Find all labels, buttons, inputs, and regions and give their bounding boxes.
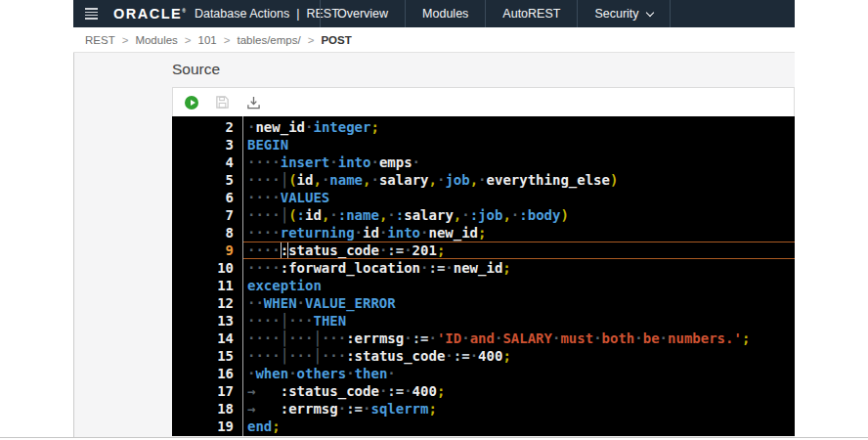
menu-icon[interactable] [85, 7, 98, 22]
line-number: 14 [172, 330, 234, 347]
line-number: 13 [172, 312, 234, 330]
top-nav: ORACLE® Database Actions | REST Overview… [73, 0, 795, 27]
window-bottom-border [0, 437, 868, 438]
code-line-text: → :errmsg·:=·sqlerrm; [247, 400, 437, 418]
code-line-text: exception [247, 277, 322, 294]
code-line: 6····VALUES [172, 189, 795, 206]
chevron-down-icon [645, 8, 653, 16]
code-line-text: ····│(id,·name,·salary,·job,·everything_… [247, 171, 618, 189]
code-line: 14····│···│···:errmsg·:=·'ID·and·SALARY·… [172, 330, 795, 347]
code-line: 9····:status_code·:=·201; [172, 242, 795, 259]
line-number: 16 [172, 365, 234, 382]
line-number: 17 [172, 382, 234, 400]
tab-label: Overview [337, 7, 388, 21]
code-lines: 2·new_id·integer;3BEGIN4····insert·into·… [172, 118, 795, 435]
breadcrumb-current-post: POST [321, 34, 351, 46]
tab-label: Modules [422, 7, 468, 21]
code-line: 15····│···│···:status_code·:=·400; [172, 347, 795, 365]
code-line: 5····│(id,·name,·salary,·job,·everything… [172, 171, 795, 189]
breadcrumb-item-101[interactable]: 101 [198, 34, 217, 46]
app-title: Database Actions [195, 7, 289, 21]
line-number: 11 [172, 277, 234, 294]
code-line: 16·when·others·then· [172, 365, 795, 382]
code-line-text: ····│(:id,·:name,·:salary,·:job,·:body) [247, 206, 569, 224]
breadcrumb-item-rest[interactable]: REST [85, 34, 115, 46]
code-line: 18→ :errmsg·:=·sqlerrm; [172, 400, 795, 418]
code-line: 3BEGIN [172, 136, 795, 154]
title-divider: | [296, 7, 299, 21]
line-number: 18 [172, 400, 234, 418]
code-line: 19end; [172, 418, 795, 435]
source-panel: 2·new_id·integer;3BEGIN4····insert·into·… [172, 87, 795, 436]
run-button[interactable] [185, 96, 198, 110]
nav-tab-autorest[interactable]: AutoREST [485, 0, 577, 27]
code-line-text: ····│···THEN [247, 312, 346, 330]
code-line: 2·new_id·integer; [172, 118, 795, 136]
breadcrumb-separator: > [308, 34, 315, 46]
line-number: 4 [172, 154, 234, 171]
code-line-text: → :status_code·:=·400; [247, 382, 445, 400]
code-line: 11exception [172, 277, 795, 294]
breadcrumb-separator: > [224, 34, 231, 46]
code-line: 17→ :status_code·:=·400; [172, 382, 795, 400]
content-area: Source [73, 53, 795, 437]
line-number: 12 [172, 294, 234, 312]
code-line-text: ····VALUES [247, 189, 329, 206]
code-line: 4····insert·into·emps· [172, 154, 795, 171]
code-line-text: ·new_id·integer; [247, 118, 379, 136]
line-number: 3 [172, 136, 234, 154]
line-number: 15 [172, 347, 234, 365]
code-editor[interactable]: 2·new_id·integer;3BEGIN4····insert·into·… [172, 116, 795, 436]
code-line: 13····│···THEN [172, 312, 795, 330]
save-button[interactable] [215, 95, 230, 110]
tab-label: AutoREST [502, 7, 560, 21]
download-button[interactable] [246, 96, 261, 110]
breadcrumb-separator: > [122, 34, 129, 46]
line-number: 2 [172, 118, 234, 136]
code-line-text: ····returning·id·into·new_id; [247, 224, 486, 242]
oracle-logo: ORACLE® [113, 6, 186, 22]
code-line-text: BEGIN [247, 136, 288, 154]
code-line-text: ····:forward_location·:=·new_id; [247, 259, 511, 277]
line-number: 5 [172, 171, 234, 189]
tab-label: Security [594, 7, 638, 21]
code-line-text: ·when·others·then· [247, 365, 396, 382]
code-line-text: end; [247, 418, 281, 435]
line-number: 6 [172, 189, 234, 206]
code-line-text: ····│···│···:status_code·:=·400; [247, 347, 511, 365]
breadcrumb-item-modules[interactable]: Modules [135, 34, 177, 46]
floppy-disk-icon [215, 95, 230, 110]
editor-toolbar [172, 87, 795, 116]
page-title: Source [172, 61, 220, 78]
breadcrumb: REST > Modules > 101 > tables/emps/ > PO… [73, 27, 795, 53]
line-number: 10 [172, 259, 234, 277]
line-number: 7 [172, 206, 234, 224]
line-number: 19 [172, 418, 234, 435]
download-icon [246, 96, 261, 110]
code-line-text: ····:status_code·:=·201; [247, 242, 445, 259]
code-line: 7····│(:id,·:name,·:salary,·:job,·:body) [172, 206, 795, 224]
line-number: 8 [172, 224, 234, 242]
text-cursor: : [281, 242, 288, 259]
code-line: 12··WHEN·VALUE_ERROR [172, 294, 795, 312]
nav-tab-modules[interactable]: Modules [405, 0, 485, 27]
code-line-text: ····insert·into·emps· [247, 154, 420, 171]
code-line: 8····returning·id·into·new_id; [172, 224, 795, 242]
breadcrumb-separator: > [185, 34, 192, 46]
nav-tab-overview[interactable]: Overview [320, 0, 405, 27]
breadcrumb-item-tables-emps[interactable]: tables/emps/ [237, 34, 300, 46]
code-line-text: ··WHEN·VALUE_ERROR [247, 294, 396, 312]
play-icon [191, 100, 195, 106]
code-line: 10····:forward_location·:=·new_id; [172, 259, 795, 277]
nav-tab-security[interactable]: Security [577, 0, 670, 27]
code-line-text: ····│···│···:errmsg·:=·'ID·and·SALARY·mu… [247, 330, 750, 347]
line-number: 9 [172, 242, 234, 259]
nav-tabs: Overview Modules AutoREST Security [320, 0, 671, 27]
app-window: ORACLE® Database Actions | REST Overview… [73, 0, 795, 437]
